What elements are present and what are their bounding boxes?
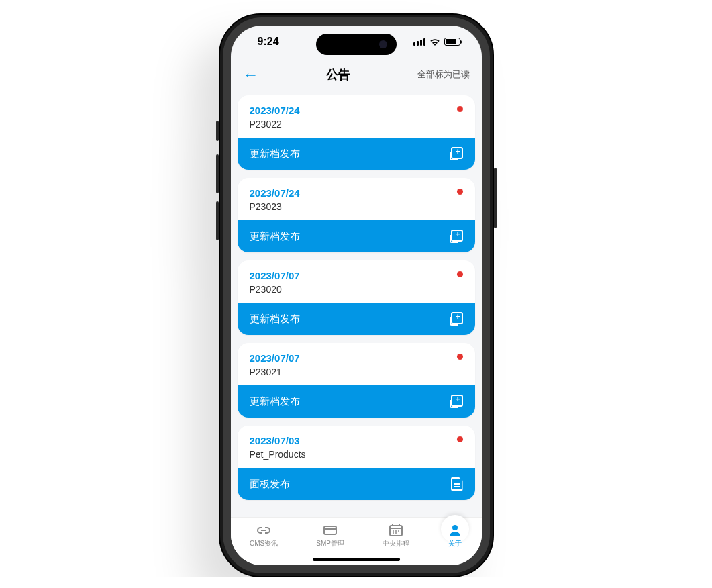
mark-all-read-button[interactable]: 全部标为已读 [417,68,470,81]
home-indicator [313,558,400,561]
signal-icon [413,38,425,46]
card-action-bar[interactable]: 更新档发布 [238,303,475,335]
announcement-card[interactable]: 2023/07/24P23023更新档发布 [238,178,475,252]
card-action-bar[interactable]: 更新档发布 [238,138,475,170]
wifi-icon [429,38,440,46]
unread-indicator [457,436,463,442]
file-icon [451,477,463,491]
app-header: ← 公告 全部标为已读 [231,58,482,91]
card-header: 2023/07/24P23022 [238,95,475,138]
copy-plus-icon [450,395,463,408]
card-date: 2023/07/24 [250,105,463,116]
announcement-card[interactable]: 2023/07/24P23022更新档发布 [238,95,475,170]
unread-indicator [457,354,463,360]
announcement-list[interactable]: 2023/07/24P23022更新档发布2023/07/24P23023更新档… [231,91,482,517]
card-code: P23021 [250,366,463,377]
svg-point-4 [395,530,397,532]
card-action-label: 更新档发布 [250,230,300,243]
announcement-card[interactable]: 2023/07/07P23020更新档发布 [238,260,475,335]
card-action-label: 更新档发布 [250,395,300,408]
unread-indicator [457,189,463,195]
card-date: 2023/07/03 [250,435,463,446]
card-action-bar[interactable]: 更新档发布 [238,220,475,252]
side-button [494,168,497,228]
calendar-icon [389,524,403,536]
status-icons [413,38,460,46]
card-code: P23022 [250,119,463,130]
tab-link[interactable]: CMS资讯 [250,524,278,548]
svg-point-3 [393,530,394,532]
card-code: P23023 [250,201,463,212]
svg-rect-1 [324,528,336,530]
card-header: 2023/07/24P23023 [238,178,475,220]
link-icon [256,524,271,536]
card-code: P23020 [250,284,463,295]
screen: 9:24 ← 公告 全部标为已读 2023/07/24P23022更新档发布20… [231,26,482,565]
svg-point-5 [398,530,399,532]
status-time: 9:24 [258,36,279,48]
person-icon [448,524,462,536]
tab-card[interactable]: SMP管理 [316,524,344,548]
tab-person[interactable]: 关于 [448,524,462,548]
tab-calendar[interactable]: 中央排程 [383,524,409,548]
announcement-card[interactable]: 2023/07/03Pet_Products面板发布 [238,426,475,500]
card-code: Pet_Products [250,449,463,460]
dynamic-island [316,34,397,55]
tab-label: CMS资讯 [250,539,278,548]
tab-label: SMP管理 [316,539,344,548]
card-action-bar[interactable]: 面板发布 [238,468,475,500]
battery-icon [444,38,460,46]
card-date: 2023/07/07 [250,352,463,364]
tab-label: 中央排程 [383,539,409,548]
svg-point-7 [395,532,397,534]
card-date: 2023/07/24 [250,187,463,199]
card-action-label: 更新档发布 [250,313,300,326]
back-button[interactable]: ← [243,65,259,84]
status-bar: 9:24 [231,26,482,58]
side-button [216,201,219,240]
unread-indicator [457,106,463,112]
unread-indicator [457,271,463,277]
announcement-card[interactable]: 2023/07/07P23021更新档发布 [238,343,475,418]
svg-point-8 [452,525,458,530]
copy-plus-icon [450,230,463,243]
card-date: 2023/07/07 [250,270,463,281]
copy-plus-icon [450,312,463,326]
phone-mockup: 9:24 ← 公告 全部标为已读 2023/07/24P23022更新档发布20… [219,13,494,577]
card-header: 2023/07/07P23021 [238,343,475,385]
card-header: 2023/07/03Pet_Products [238,426,475,468]
card-icon [323,524,338,536]
side-button [216,154,219,193]
card-action-label: 面板发布 [250,478,290,491]
svg-point-6 [393,532,394,534]
page-title: 公告 [326,66,350,83]
card-action-label: 更新档发布 [250,148,300,160]
side-button [216,121,219,141]
card-action-bar[interactable]: 更新档发布 [238,385,475,418]
copy-plus-icon [450,147,463,160]
card-header: 2023/07/07P23020 [238,260,475,303]
tab-label: 关于 [448,539,462,548]
